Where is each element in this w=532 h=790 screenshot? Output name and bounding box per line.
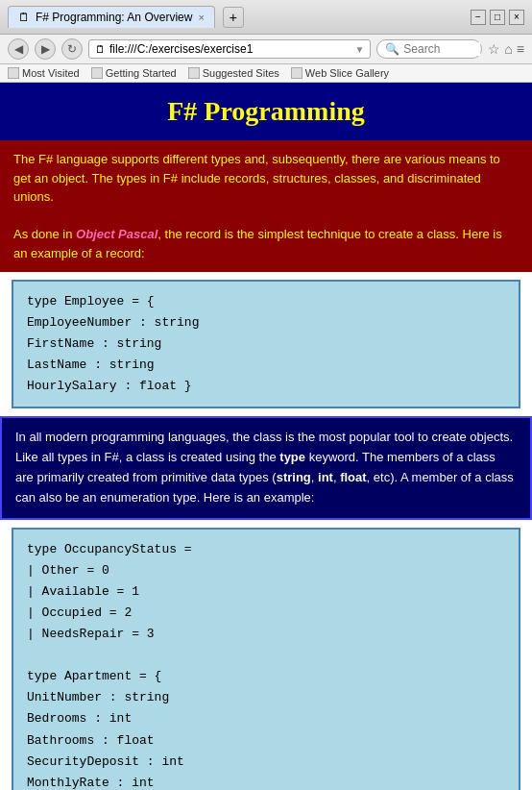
code-line: HourlySalary : float } — [27, 376, 505, 397]
nav-bar: ◀ ▶ ↻ 🗒 ▼ 🔍 ☆ ⌂ ≡ — [0, 35, 532, 64]
intro-text: The F# language supports different types… — [13, 152, 500, 204]
middle-section: In all modern programming languages, the… — [0, 416, 532, 519]
bookmark-getting-started[interactable]: Getting Started — [91, 67, 177, 79]
tab-close-icon[interactable]: × — [198, 12, 204, 23]
bookmark-most-visited[interactable]: Most Visited — [8, 67, 80, 79]
nav-icons: ☆ ⌂ ≡ — [488, 41, 524, 57]
home-icon[interactable]: ⌂ — [504, 41, 512, 57]
intro-section: The F# language supports different types… — [0, 140, 532, 272]
page-header: F# Programming — [0, 83, 532, 140]
intro-paragraph: The F# language supports different types… — [13, 150, 519, 207]
bookmark-label: Web Slice Gallery — [305, 67, 389, 79]
code-block-1: type Employee = { EmployeeNumber : strin… — [12, 280, 520, 408]
code-line: type OccupancyStatus = — [27, 539, 505, 560]
code-line: | Available = 1 — [27, 581, 505, 603]
page-title: F# Programming — [167, 96, 365, 126]
star-icon[interactable]: ☆ — [488, 41, 500, 57]
bookmark-icon — [291, 67, 302, 79]
bookmarks-bar: Most Visited Getting Started Suggested S… — [0, 64, 532, 83]
keyword-int: int — [318, 470, 333, 484]
page-icon: 🗒 — [18, 11, 30, 24]
back-button[interactable]: ◀ — [8, 38, 29, 60]
bookmark-web-slice-gallery[interactable]: Web Slice Gallery — [291, 67, 389, 79]
page-icon-small: 🗒 — [95, 43, 106, 55]
restore-button[interactable]: □ — [490, 10, 505, 25]
search-icon: 🔍 — [385, 42, 399, 56]
code-line: | Occupied = 2 — [27, 603, 505, 624]
browser-tab[interactable]: 🗒 F# Programming: An Overview × — [8, 6, 215, 28]
window-controls: − □ × — [471, 10, 524, 25]
new-tab-button[interactable]: + — [223, 7, 244, 28]
code-line: Bathrooms : float — [27, 730, 505, 752]
code-line: type Employee = { — [27, 291, 505, 312]
bookmark-label: Getting Started — [106, 67, 177, 79]
code-line: UnitNumber : string — [27, 687, 505, 708]
code-line: FirstName : string — [27, 333, 505, 355]
page-content: F# Programming The F# language supports … — [0, 83, 532, 790]
reload-icon: ↻ — [67, 42, 77, 56]
code-line: | NeedsRepair = 3 — [27, 624, 505, 645]
object-pascal-paragraph: As done in Object Pascal, the record is … — [13, 225, 519, 262]
address-bar[interactable]: 🗒 ▼ — [88, 39, 371, 59]
close-button[interactable]: × — [509, 10, 524, 25]
keyword-type: type — [279, 450, 305, 464]
code-line: SecurityDeposit : int — [27, 752, 505, 773]
bookmark-label: Most Visited — [22, 67, 80, 79]
bookmark-suggested-sites[interactable]: Suggested Sites — [188, 67, 279, 79]
address-input[interactable] — [109, 42, 354, 56]
code-block-2: type OccupancyStatus = | Other = 0 | Ava… — [12, 528, 520, 790]
keyword-string: string — [277, 470, 311, 484]
reload-button[interactable]: ↻ — [61, 38, 83, 60]
more-icon[interactable]: ≡ — [517, 41, 524, 57]
bookmark-icon — [91, 67, 103, 79]
keyword-float: float — [340, 470, 366, 484]
title-bar: 🗒 F# Programming: An Overview × + − □ × — [0, 0, 532, 35]
code-line: MonthlyRate : int — [27, 773, 505, 790]
object-pascal-prefix: As done in — [13, 227, 76, 241]
middle-paragraph: In all modern programming languages, the… — [15, 428, 517, 507]
search-bar[interactable]: 🔍 — [376, 39, 482, 59]
address-go: ▼ — [354, 44, 364, 55]
code-line: type Apartment = { — [27, 666, 505, 687]
bookmark-label: Suggested Sites — [203, 67, 279, 79]
forward-icon: ▶ — [41, 42, 50, 56]
object-pascal-highlight: Object Pascal — [76, 227, 157, 241]
code-line: | Other = 0 — [27, 560, 505, 581]
search-input[interactable] — [403, 42, 480, 56]
back-icon: ◀ — [14, 42, 23, 56]
code-line: EmployeeNumber : string — [27, 312, 505, 333]
code-line: LastName : string — [27, 355, 505, 376]
code-line — [27, 645, 505, 666]
code-line: Bedrooms : int — [27, 708, 505, 729]
middle-text3: , — [311, 470, 318, 484]
minimize-button[interactable]: − — [471, 10, 486, 25]
tab-title: F# Programming: An Overview — [36, 11, 192, 24]
bookmark-icon — [188, 67, 200, 79]
forward-button[interactable]: ▶ — [35, 38, 56, 60]
bookmark-icon — [8, 67, 19, 79]
